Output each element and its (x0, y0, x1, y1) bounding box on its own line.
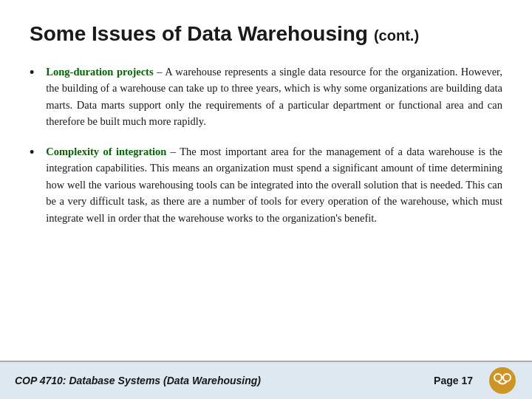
bullets-section: • Long-duration projects – A warehouse r… (30, 64, 502, 226)
footer-logo-icon (488, 366, 517, 395)
bullet-dot-1: • (30, 65, 34, 81)
footer-course: COP 4710: Database Systems (Data Warehou… (15, 375, 261, 386)
svg-point-0 (489, 367, 516, 394)
slide-footer: COP 4710: Database Systems (Data Warehou… (0, 361, 532, 399)
slide-title-cont: (cont.) (374, 27, 419, 44)
bullet-row-2: • Complexity of integration – The most i… (30, 143, 502, 226)
bullet-separator-1: – (157, 66, 165, 78)
bullet-row-1: • Long-duration projects – A warehouse r… (30, 64, 502, 130)
slide-title: Some Issues of Data Warehousing (30, 22, 368, 46)
bullet-text-1: Long-duration projects – A warehouse rep… (46, 64, 502, 130)
bullet-term-1: Long-duration projects (46, 66, 153, 78)
bullet-term-2: Complexity of integration (46, 146, 166, 157)
title-row: Some Issues of Data Warehousing (cont.) (30, 22, 502, 46)
footer-page: Page 17 (434, 375, 473, 386)
bullet-separator-2: – (171, 146, 180, 157)
bullet-dot-2: • (30, 145, 34, 160)
bullet-text-2: Complexity of integration – The most imp… (46, 143, 502, 226)
slide-container: Some Issues of Data Warehousing (cont.) … (0, 0, 532, 399)
